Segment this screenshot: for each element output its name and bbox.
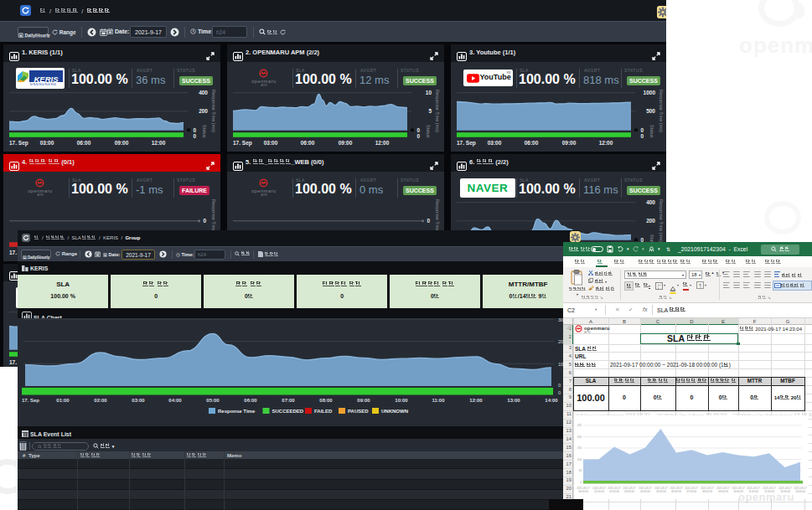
svg-text:01:00: 01:00: [56, 398, 70, 403]
svg-text:400: 400: [199, 90, 208, 95]
svg-text:0: 0: [203, 218, 206, 224]
svg-text:07:00:00: 07:00:00: [686, 490, 696, 493]
svg-text:0: 0: [640, 133, 644, 139]
svg-text:07:00: 07:00: [282, 398, 295, 403]
svg-text:0: 0: [558, 383, 561, 388]
svg-text:04:00: 04:00: [168, 398, 182, 403]
svg-text:06:00: 06:00: [301, 140, 315, 146]
svg-text:0: 0: [193, 127, 196, 133]
svg-text:09:00: 09:00: [339, 140, 353, 146]
svg-text:100: 100: [577, 457, 582, 461]
svg-text:1000: 1000: [644, 90, 656, 95]
svg-text:08:00: 08:00: [319, 398, 333, 403]
svg-text:200: 200: [646, 218, 655, 224]
svg-text:200: 200: [199, 108, 208, 114]
svg-text:200: 200: [577, 435, 582, 438]
svg-text:Response Time (ms): Response Time (ms): [211, 90, 216, 132]
svg-text:06:00: 06:00: [525, 140, 539, 146]
svg-text:UNKNOWN: UNKNOWN: [381, 409, 408, 414]
svg-text:Response Time (ms): Response Time (ms): [659, 199, 664, 242]
svg-text:Status: Status: [426, 125, 431, 138]
svg-text:0: 0: [580, 480, 582, 483]
svg-text:13:00: 13:00: [507, 398, 520, 403]
svg-text:02:00:00: 02:00:00: [609, 490, 619, 493]
svg-text:03:00: 03:00: [132, 398, 145, 403]
svg-text:03:00:00: 03:00:00: [624, 490, 634, 493]
svg-text:01:00:00: 01:00:00: [594, 490, 604, 493]
svg-text:10: 10: [426, 90, 432, 95]
svg-text:Status: Status: [202, 125, 207, 138]
svg-text:0: 0: [193, 133, 196, 139]
svg-text:17. Sep: 17. Sep: [9, 140, 28, 147]
svg-text:0: 0: [640, 127, 644, 133]
svg-text:14:00:00: 14:00:00: [795, 490, 805, 493]
svg-text:09:00: 09:00: [357, 398, 370, 403]
svg-text:FAILED: FAILED: [314, 409, 333, 414]
svg-text:06:00:00: 06:00:00: [671, 490, 681, 493]
svg-text:SUCCEEDED: SUCCEEDED: [272, 409, 304, 414]
svg-text:04:00:00: 04:00:00: [640, 490, 650, 493]
svg-text:400: 400: [646, 199, 655, 205]
svg-text:08:00:00: 08:00:00: [702, 490, 712, 493]
svg-text:09:00: 09:00: [115, 140, 129, 146]
svg-text:14:00: 14:00: [545, 398, 558, 403]
svg-text:10:00: 10:00: [395, 398, 408, 403]
svg-text:00:00:00: 00:00:00: [578, 490, 588, 493]
svg-text:250: 250: [577, 424, 582, 427]
svg-text:02:00: 02:00: [94, 398, 107, 403]
svg-text:0: 0: [427, 218, 430, 224]
svg-text:06:00: 06:00: [77, 140, 91, 146]
svg-text:17. Sep: 17. Sep: [457, 140, 476, 147]
svg-text:03:00: 03:00: [488, 140, 502, 146]
svg-text:0: 0: [416, 133, 420, 139]
svg-text:PAUSED: PAUSED: [348, 409, 369, 414]
svg-text:150: 150: [577, 446, 582, 450]
svg-text:0: 0: [558, 390, 561, 395]
svg-text:Response Time (ms): Response Time (ms): [435, 90, 440, 132]
svg-text:Status: Status: [649, 125, 654, 138]
svg-text:Response Time (ms): Response Time (ms): [659, 90, 664, 132]
svg-text:03:00: 03:00: [40, 140, 54, 146]
svg-text:5: 5: [428, 108, 432, 114]
svg-text:500: 500: [646, 108, 655, 114]
svg-text:11:00: 11:00: [432, 398, 445, 403]
svg-text:17. Sep: 17. Sep: [22, 398, 39, 403]
svg-text:12:00: 12:00: [375, 140, 390, 146]
svg-text:17. Sep: 17. Sep: [233, 140, 252, 147]
svg-text:03:00: 03:00: [264, 140, 278, 146]
svg-text:09:00: 09:00: [562, 140, 577, 146]
svg-text:05:00:00: 05:00:00: [656, 490, 666, 493]
svg-text:12:00: 12:00: [152, 140, 166, 146]
svg-text:09:00:00: 09:00:00: [718, 490, 728, 493]
svg-text:0: 0: [416, 127, 420, 133]
svg-text:06:00: 06:00: [244, 398, 257, 403]
svg-text:12:00: 12:00: [599, 140, 613, 146]
svg-text:Response Time: Response Time: [218, 409, 256, 414]
svg-text:50: 50: [578, 469, 582, 472]
svg-text:05:00: 05:00: [206, 398, 220, 403]
svg-text:12:00: 12:00: [469, 398, 483, 403]
